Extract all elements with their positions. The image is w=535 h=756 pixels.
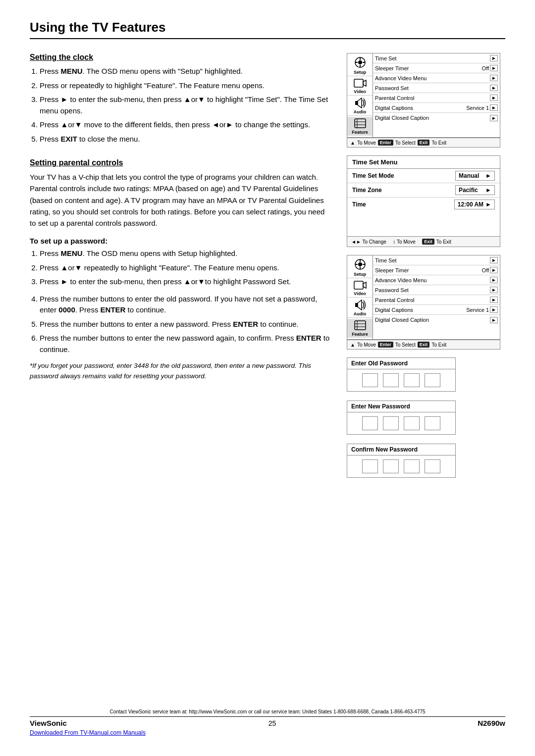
bold-0000: 0000: [58, 305, 75, 314]
main-layout: Setting the clock Press MENU. The OSD me…: [30, 53, 505, 487]
menu-item-timeset-1: Time Set ►: [373, 53, 500, 63]
svg-point-5: [358, 60, 362, 64]
arrow-password-1: ►: [490, 85, 498, 91]
pw-step-6: Press the number buttons to enter the ne…: [40, 333, 332, 355]
new-pw-field-4: [425, 416, 440, 430]
menu-footer-2: ▲ To Move Enter To Select Exit To Exit: [347, 340, 500, 349]
exit-kbd-2: Exit: [418, 342, 430, 348]
menu-footer-1: ▲ To Move Enter To Select Exit To Exit: [347, 138, 500, 147]
menu-item-dcc-1: Digital Closed Caption ►: [373, 113, 500, 123]
download-link[interactable]: Downloaded From TV-Manual.com Manuals: [30, 729, 505, 736]
arrow-password-2: ►: [490, 287, 498, 293]
svg-rect-20: [354, 281, 363, 289]
step-2: Press or repeatedly to highlight "Featur…: [40, 80, 332, 92]
footer-brand: ViewSonic: [30, 719, 67, 727]
page-title: Using the TV Features: [30, 20, 505, 39]
arrow-sleeper-1: ►: [490, 65, 498, 71]
arrow-timeset-2: ►: [490, 257, 498, 263]
setup-icon: [354, 56, 367, 69]
setup-label-1: Setup: [354, 70, 366, 75]
arrow-advvideo-2: ►: [490, 277, 498, 283]
menu-item-parental-2: Parental Control ►: [373, 295, 500, 305]
exit-bold-1: EXIT: [61, 135, 77, 143]
arrow-timeset-1: ►: [490, 55, 498, 61]
old-password-title: Enter Old Password: [347, 358, 455, 369]
audio-label-2: Audio: [354, 311, 367, 316]
feature-icon: [354, 118, 367, 129]
audio-icon: [354, 98, 367, 108]
confirm-pw-field-2: [383, 459, 399, 473]
setting-clock-section: Setting the clock Press MENU. The OSD me…: [30, 53, 332, 145]
timeset-value-mode: Manual ►: [455, 171, 495, 181]
svg-marker-23: [358, 300, 362, 310]
footer-model: N2690w: [478, 719, 505, 727]
footer-bottom: ViewSonic 25 N2690w: [30, 716, 505, 727]
timeset-footer: ◄► To Change ↕ To Move Exit To Exit: [347, 236, 500, 247]
pw-step-2: Press ▲or▼ repeatedly to highlight "Feat…: [40, 262, 332, 274]
old-pw-field-1: [362, 373, 378, 387]
pw-step-1: Press MENU. The OSD menu opens with Setu…: [40, 248, 332, 259]
video-label-2: Video: [354, 291, 366, 296]
enter-bold-2: ENTER: [233, 320, 258, 328]
exit-kbd-1: Exit: [418, 140, 430, 146]
arrow-dcc-1: ►: [490, 115, 498, 121]
timeset-value-tz: Pacific ►: [455, 185, 495, 195]
italic-note: *If you forget your password, enter 3448…: [30, 361, 332, 382]
parental-title: Setting parental controls: [30, 158, 332, 167]
confirm-password-title: Confirm New Password: [347, 444, 455, 455]
setting-clock-title: Setting the clock: [30, 53, 332, 62]
menu-box-1: Setup Video: [347, 53, 500, 148]
timeset-spacer: [347, 211, 500, 236]
new-password-fields: [347, 412, 455, 434]
svg-point-19: [358, 262, 362, 266]
enter-kbd-1: Enter: [378, 140, 393, 146]
footer-page-number: 25: [268, 719, 276, 727]
confirm-pw-field-4: [425, 459, 440, 473]
confirm-password-box: Confirm New Password: [347, 444, 456, 478]
svg-marker-21: [363, 282, 366, 288]
menu-item-captions-2: Digital Captions Service 1 ►: [373, 305, 500, 315]
svg-rect-24: [355, 321, 366, 330]
old-pw-field-3: [404, 373, 420, 387]
arrow-captions-2: ►: [490, 306, 498, 313]
arrow-dcc-2: ►: [490, 317, 498, 323]
feature-icon-2: [354, 320, 367, 331]
arrow-sleeper-2: ►: [490, 267, 498, 273]
menu-item-password-2: Password Set ►: [373, 285, 500, 295]
menu-item-parental-1: Parental Control ►: [373, 93, 500, 103]
step-4: Press ▲or▼ move to the different fields,…: [40, 119, 332, 131]
password-subtitle: To set up a password:: [30, 237, 332, 245]
new-password-title: Enter New Password: [347, 401, 455, 412]
confirm-password-fields: [347, 455, 455, 477]
confirm-pw-field-1: [362, 459, 378, 473]
menu-item-advvideo-1: Advance Video Menu ►: [373, 73, 500, 83]
timeset-menu-box: Time Set Menu Time Set Mode Manual ► Tim…: [347, 155, 500, 247]
pw-step-3: Press ► to enter the sub-menu, then pres…: [40, 276, 332, 288]
menu-item-captions-1: Digital Captions Service 1 ►: [373, 103, 500, 113]
old-password-fields: [347, 369, 455, 391]
new-pw-field-3: [404, 416, 420, 430]
left-column: Setting the clock Press MENU. The OSD me…: [30, 53, 332, 487]
menu-item-password-1: Password Set ►: [373, 83, 500, 93]
page: Using the TV Features Setting the clock …: [0, 0, 535, 756]
password-steps-2: Press the number buttons to enter the ol…: [40, 294, 332, 355]
timeset-row-time: Time 12:00 AM ►: [347, 198, 500, 211]
menu-item-sleeper-2: Sleeper Timer Off ►: [373, 265, 500, 275]
svg-marker-9: [358, 98, 362, 108]
enter-kbd-2: Enter: [378, 342, 393, 348]
timeset-row-mode: Time Set Mode Manual ►: [347, 169, 500, 183]
right-column: Setup Video: [347, 53, 505, 487]
svg-rect-6: [354, 79, 363, 87]
enter-old-password-box: Enter Old Password: [347, 357, 456, 392]
timeset-title: Time Set Menu: [347, 156, 500, 169]
old-pw-field-4: [425, 373, 440, 387]
step-3: Press ► to enter the sub-menu, then pres…: [40, 94, 332, 116]
footer-contact: Contact ViewSonic service team at: http:…: [30, 709, 505, 714]
step-5: Press EXIT to close the menu.: [40, 134, 332, 145]
enter-bold-3: ENTER: [296, 334, 321, 342]
step-1: Press MENU. The OSD menu opens with "Set…: [40, 66, 332, 77]
arrow-parental-1: ►: [490, 95, 498, 101]
menu-item-timeset-2: Time Set ►: [373, 255, 500, 265]
timeset-value-time: 12:00 AM ►: [454, 200, 495, 209]
setup-icon-2: [354, 258, 367, 271]
